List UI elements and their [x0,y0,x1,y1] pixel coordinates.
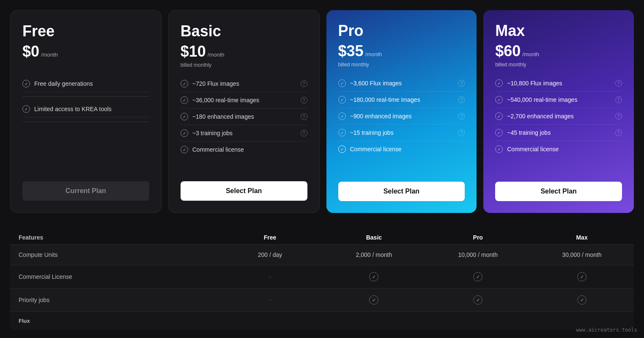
check-circle: ✓ [577,295,586,305]
table-cell-pro: ✓ [426,289,530,312]
info-icon[interactable]: ? [458,96,465,103]
feature-item: ✓ Commercial license [338,141,465,157]
plan-billed-free [22,62,149,68]
features-list-max: ✓ ~10,800 Flux images ? ✓ ~540,000 real-… [495,75,622,172]
table-header-row: Features Free Basic Pro Max [10,227,634,245]
select-plan-button-pro[interactable]: Select Plan [338,182,465,201]
plan-title-max: Max [495,22,622,40]
plans-section: Free $0 /month ✓ Free daily generations … [0,0,644,223]
check-icon: ✓ [22,80,30,87]
plan-price-row-basic: $10 /month [181,43,307,60]
plan-price-row-max: $60 /month [495,42,622,60]
info-icon[interactable]: ? [301,130,307,136]
feature-item: ✓ ~15 training jobs ? [338,125,465,141]
col-header-max: Max [530,227,634,245]
info-icon[interactable]: ? [615,129,622,136]
plan-price-basic: $10 [181,43,206,60]
table-cell-max: ✓ [530,265,634,289]
plan-price-row-pro: $35 /month [338,42,465,60]
info-icon[interactable]: ? [301,80,307,87]
table-cell-pro: 10,000 / month [426,245,530,265]
table-cell-free: - [218,265,322,289]
info-icon[interactable]: ? [458,113,465,120]
feature-text: Commercial license [350,146,402,153]
feature-item: ✓ ~3,600 Flux images ? [338,75,465,92]
comparison-section: Features Free Basic Pro Max Compute Unit… [0,223,644,338]
table-cell-max: ✓ [530,289,634,312]
feature-text: Commercial license [192,146,244,153]
feature-item: ✓ ~540,000 real-time images ? [495,92,622,108]
feature-item: ✓ Limited access to KREA tools [22,101,149,117]
info-icon[interactable]: ? [458,129,465,136]
check-icon: ✓ [181,96,188,104]
table-row: Priority jobs - ✓ ✓ ✓ [10,289,634,312]
plan-price-row-free: $0 /month [22,43,149,60]
feature-text: ~10,800 Flux images [507,80,562,87]
plan-per-month-free: /month [41,52,58,58]
plan-price-free: $0 [22,43,39,60]
feature-name: Compute Units [10,245,218,265]
plan-title-basic: Basic [181,22,307,40]
select-plan-button-max[interactable]: Select Plan [495,182,622,201]
feature-text: ~2,700 enhanced images [507,113,574,120]
check-icon: ✓ [181,80,188,87]
check-icon: ✓ [495,79,503,87]
info-icon[interactable]: ? [458,80,465,87]
plan-per-month-max: /month [522,51,539,57]
feature-item: ✓ ~180,000 real-time images ? [338,92,465,108]
check-icon: ✓ [181,113,188,120]
table-row: Compute Units 200 / day 2,000 / month 10… [10,245,634,265]
info-icon[interactable]: ? [615,96,622,103]
feature-text: ~3 training jobs [192,130,233,136]
plan-billed-basic: billed monthly [181,62,307,68]
info-icon[interactable]: ? [301,113,307,120]
table-row: Commercial License - ✓ ✓ ✓ [10,265,634,289]
col-header-basic: Basic [322,227,426,245]
plan-billed-max: billed monthly [495,62,622,68]
check-icon: ✓ [495,129,503,136]
table-cell-basic: 2,000 / month [322,245,426,265]
feature-text: ~15 training jobs [350,129,394,136]
check-icon: ✓ [338,79,346,87]
features-list-pro: ✓ ~3,600 Flux images ? ✓ ~180,000 real-t… [338,75,465,172]
col-header-features: Features [10,227,218,245]
feature-text: Commercial license [507,146,559,153]
divider [22,122,149,122]
feature-item: ✓ ~45 training jobs ? [495,125,622,141]
plan-price-max: $60 [495,42,521,60]
plan-per-month-basic: /month [208,52,225,58]
info-icon[interactable]: ? [301,97,307,104]
plan-card-pro: Pro $35 /month billed monthly ✓ ~3,600 F… [326,10,477,213]
check-icon: ✓ [495,96,503,104]
check-icon: ✓ [338,96,346,104]
table-cell-free: 200 / day [218,245,322,265]
comparison-table: Features Free Basic Pro Max Compute Unit… [10,227,634,330]
check-icon: ✓ [338,129,346,136]
feature-item: ✓ ~720 Flux images ? [181,76,307,92]
col-header-pro: Pro [426,227,530,245]
feature-item: ✓ Commercial license [495,141,622,157]
info-icon[interactable]: ? [615,113,622,120]
flux-section-row: Flux [10,312,634,330]
plan-title-free: Free [22,22,149,40]
divider [22,96,149,97]
table-cell-basic: ✓ [322,265,426,289]
check-icon: ✓ [181,129,188,137]
feature-text: Free daily generations [34,80,93,87]
feature-text: ~180,000 real-time images [350,96,420,103]
check-icon: ✓ [22,105,30,113]
feature-item: ✓ ~900 enhanced images ? [338,108,465,125]
select-plan-button-basic[interactable]: Select Plan [181,181,307,201]
table-cell-max: 30,000 / month [530,245,634,265]
plan-title-pro: Pro [338,22,465,40]
table-cell-basic: ✓ [322,289,426,312]
feature-item: ✓ ~10,800 Flux images ? [495,75,622,92]
plan-per-month-pro: /month [365,51,382,57]
check-icon: ✓ [495,145,503,153]
feature-text: ~540,000 real-time images [507,96,577,103]
plan-card-max: Max $60 /month billed monthly ✓ ~10,800 … [483,10,634,213]
feature-text: ~180 enhanced images [192,113,254,120]
feature-item: ✓ Commercial license [181,142,307,158]
info-icon[interactable]: ? [615,80,622,87]
feature-item: ✓ ~2,700 enhanced images ? [495,108,622,125]
